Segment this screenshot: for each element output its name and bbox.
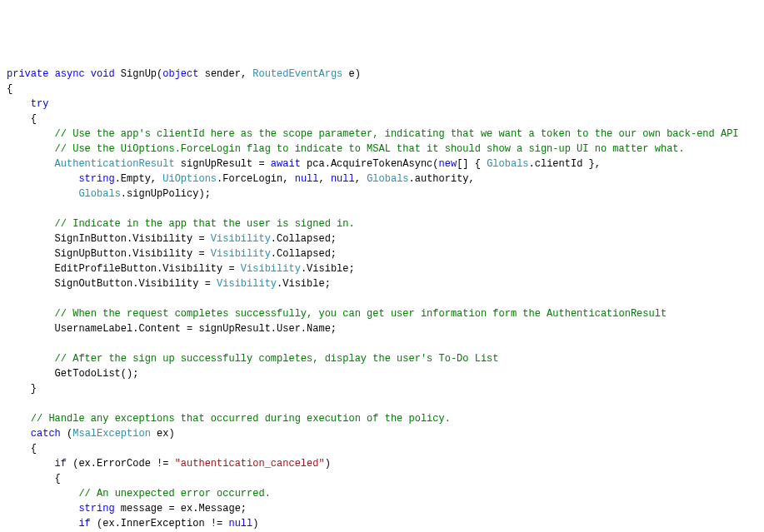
text-token: .Visible;	[301, 263, 355, 275]
text-token: SignInButton.Visibility =	[7, 233, 211, 245]
keyword-token: await	[271, 158, 301, 170]
text-token: [] {	[457, 158, 487, 170]
text-token: (ex.ErrorCode !=	[67, 458, 175, 470]
text-token: SignUp(	[115, 68, 163, 80]
text-token	[7, 158, 55, 170]
text-token: {	[7, 113, 37, 125]
text-token	[7, 188, 78, 200]
text-token: .Collapsed;	[271, 233, 337, 245]
text-token: .Collapsed;	[271, 248, 337, 260]
text-token	[85, 68, 91, 80]
text-token	[7, 308, 55, 320]
keyword-token: null	[228, 518, 252, 530]
text-token: .Visible;	[277, 278, 331, 290]
code-block: private async void SignUp(object sender,…	[7, 67, 757, 532]
type-token: Globals	[487, 158, 528, 170]
text-token	[7, 173, 78, 185]
text-token	[48, 68, 54, 80]
keyword-token: if	[55, 458, 67, 470]
keyword-token: try	[31, 98, 49, 110]
comment-token: // Use the UiOptions.ForceLogin flag to …	[55, 143, 685, 155]
keyword-token: string	[78, 503, 114, 515]
text-token	[7, 413, 31, 425]
text-token	[7, 503, 78, 515]
type-token: UiOptions	[162, 173, 217, 185]
keyword-token: if	[78, 518, 90, 530]
text-token	[7, 488, 78, 500]
keyword-token: object	[162, 68, 198, 80]
comment-token: // Use the app's clientId here as the sc…	[55, 128, 739, 140]
type-token: Visibility	[241, 263, 301, 275]
text-token: }	[7, 383, 37, 395]
text-token	[7, 218, 55, 230]
keyword-token: string	[78, 173, 114, 185]
text-token: ex)	[151, 428, 175, 440]
text-token	[7, 428, 31, 440]
text-token: SignOutButton.Visibility =	[7, 278, 217, 290]
keyword-token: null	[295, 173, 319, 185]
text-token: GetTodoList();	[7, 368, 138, 380]
text-token: message = ex.Message;	[115, 503, 247, 515]
text-token: sender,	[198, 68, 252, 80]
type-token: Visibility	[211, 233, 271, 245]
type-token: RoutedEventArgs	[252, 68, 342, 80]
text-token: {	[7, 473, 61, 485]
text-token: signUpResult =	[175, 158, 271, 170]
text-token: SignUpButton.Visibility =	[7, 248, 211, 260]
text-token: )	[325, 458, 331, 470]
comment-token: // Handle any exceptions that occurred d…	[31, 413, 451, 425]
type-token: Visibility	[217, 278, 277, 290]
comment-token: // When the request completes successful…	[55, 308, 667, 320]
text-token: ,	[319, 173, 331, 185]
text-token: UsernameLabel.Content = signUpResult.Use…	[7, 323, 337, 335]
type-token: Globals	[367, 173, 408, 185]
text-token: (	[61, 428, 72, 440]
text-token: .authority,	[409, 173, 475, 185]
text-token	[7, 98, 31, 110]
keyword-token: private	[7, 68, 48, 80]
text-token: {	[7, 443, 37, 455]
text-token: .signUpPolicy);	[121, 188, 211, 200]
text-token: (ex.InnerException !=	[91, 518, 229, 530]
string-token: "authentication_canceled"	[175, 458, 325, 470]
text-token: pca.AcquireTokenAsync(	[301, 158, 439, 170]
text-token: ,	[355, 173, 367, 185]
comment-token: // Indicate in the app that the user is …	[55, 218, 355, 230]
type-token: Visibility	[211, 248, 271, 260]
text-token: .ForceLogin,	[217, 173, 295, 185]
keyword-token: null	[331, 173, 355, 185]
comment-token: // An unexpected error occurred.	[78, 488, 270, 500]
text-token	[7, 143, 55, 155]
text-token	[7, 128, 55, 140]
text-token: {	[7, 83, 12, 95]
keyword-token: new	[439, 158, 457, 170]
type-token: MsalException	[72, 428, 151, 440]
text-token	[7, 353, 55, 365]
text-token: .clientId },	[529, 158, 601, 170]
type-token: AuthenticationResult	[55, 158, 175, 170]
keyword-token: void	[91, 68, 115, 80]
comment-token: // After the sign up successfully comple…	[55, 353, 499, 365]
text-token: EditProfileButton.Visibility =	[7, 263, 241, 275]
keyword-token: catch	[31, 428, 61, 440]
keyword-token: async	[55, 68, 85, 80]
text-token: .Empty,	[115, 173, 163, 185]
text-token	[7, 518, 78, 530]
type-token: Globals	[78, 188, 120, 200]
text-token: )	[252, 518, 258, 530]
text-token: e)	[342, 68, 361, 80]
text-token	[7, 458, 55, 470]
